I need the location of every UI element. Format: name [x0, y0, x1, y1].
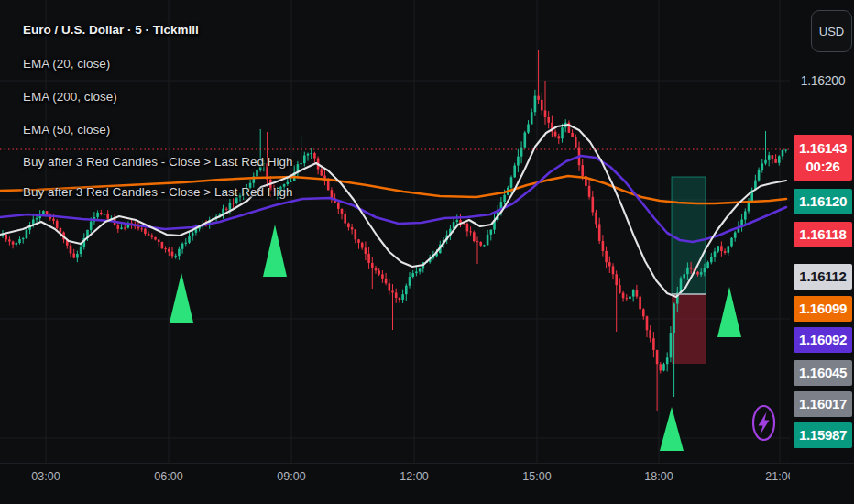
price-label-entry-level: 1.16017: [794, 391, 852, 417]
price-label-last-price-countdown: 1.1614300:26: [794, 135, 852, 181]
currency-unit-label: USD: [819, 25, 844, 38]
price-chart[interactable]: [0, 0, 790, 463]
lightning-bolt-icon: [750, 402, 778, 444]
price-label-ema50-value: 1.16092: [794, 327, 852, 353]
lightning-button[interactable]: [750, 402, 778, 444]
price-label-level: 1.15987: [794, 422, 852, 448]
chart-window: Euro / U.S. Dollar · 5 · Tickmill EMA (2…: [0, 0, 854, 504]
time-label: 09:00: [271, 470, 312, 483]
price-label-level: 1.16120: [794, 189, 852, 214]
price-label-level: 1.16045: [794, 360, 852, 386]
time-label: 18:00: [639, 470, 679, 483]
price-axis[interactable]: USD 1.162001.1614300:261.161201.161181.1…: [790, 0, 854, 463]
axis-corner: [790, 464, 854, 504]
time-label: 03:00: [26, 470, 66, 483]
time-axis[interactable]: 03:0006:0009:0012:0015:0018:0021:00: [0, 464, 790, 504]
price-label-ema20-value: 1.16112: [794, 264, 852, 290]
time-label: 06:00: [148, 470, 189, 483]
time-label: 15:00: [517, 470, 557, 483]
price-label-gridline: 1.16200: [794, 68, 852, 93]
currency-unit-button[interactable]: USD: [811, 10, 852, 52]
price-label-ema200-value: 1.16099: [794, 296, 852, 322]
time-label: 12:00: [394, 470, 434, 483]
price-label-level: 1.16118: [794, 222, 852, 247]
